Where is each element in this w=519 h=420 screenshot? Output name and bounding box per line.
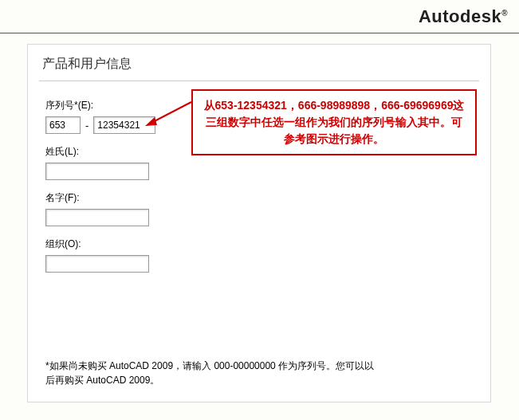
instruction-callout: 从653-12354321，666-98989898，666-69696969这… (191, 89, 477, 155)
footnote-text: *如果尚未购买 AutoCAD 2009，请输入 000-00000000 作为… (45, 359, 380, 387)
brand-bar: Autodesk® (0, 0, 519, 33)
firstname-row: 名字(F): (45, 191, 473, 226)
lastname-input[interactable] (45, 163, 149, 180)
title-divider (39, 80, 479, 81)
serial-suffix-input[interactable] (93, 116, 155, 134)
info-panel: 产品和用户信息 从653-12354321，666-98989898，666-6… (27, 44, 491, 402)
serial-prefix-input[interactable] (45, 116, 81, 134)
form-area: 从653-12354321，666-98989898，666-69696969这… (28, 99, 490, 273)
organization-label: 组织(O): (45, 237, 473, 251)
serial-dash: - (85, 120, 88, 131)
organization-input[interactable] (45, 255, 149, 273)
brand-logo: Autodesk® (419, 6, 508, 27)
firstname-label: 名字(F): (45, 191, 473, 205)
callout-text: 从653-12354321，666-98989898，666-69696969这… (204, 99, 465, 145)
firstname-input[interactable] (45, 209, 149, 226)
organization-row: 组织(O): (45, 237, 473, 273)
page-title: 产品和用户信息 (28, 45, 490, 80)
brand-name: Autodesk (419, 6, 501, 26)
registered-mark: ® (501, 9, 508, 18)
